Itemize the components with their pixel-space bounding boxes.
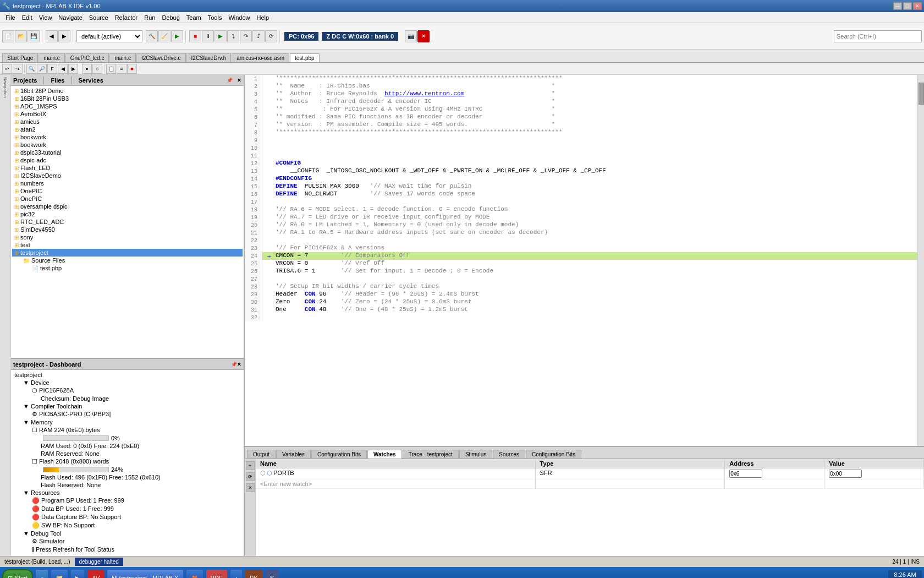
pause-button[interactable]: ⏸: [202, 30, 214, 42]
stop-button[interactable]: ■: [189, 30, 201, 42]
step-over-button[interactable]: ↷: [240, 30, 252, 42]
code-line-8[interactable]: 8'**************************************…: [245, 129, 917, 137]
undo-button[interactable]: ↩: [2, 64, 12, 74]
code-line-24[interactable]: 24⇒CMCON = 7 '// Comparators Off: [245, 252, 917, 260]
code-line-19[interactable]: 19'// RA.7 = LED drive or IR receive inp…: [245, 214, 917, 221]
code-line-30[interactable]: 30Zero CON 24 '// Zero = (24 * 25uS) = 0…: [245, 298, 917, 306]
menu-refactor[interactable]: Refactor: [112, 13, 141, 22]
new-button[interactable]: 📄: [2, 30, 14, 42]
tree-item-atan2[interactable]: ⊞ atan2: [12, 126, 243, 133]
delete-watch-icon[interactable]: ✕: [246, 483, 255, 492]
code-line-6[interactable]: 6'* modified : Same PIC functions as IR …: [245, 113, 917, 121]
code-line-10[interactable]: 10: [245, 144, 917, 152]
tree-item-16bit-28pin-usb3[interactable]: ⊞ 16Bit 28Pin USB3: [12, 95, 243, 102]
bottom-tab-configuration-bits[interactable]: Configuration Bits: [526, 450, 581, 459]
menu-navigate[interactable]: Navigate: [55, 13, 85, 22]
watches-row[interactable]: ⬡⬡PORTBSFR: [256, 468, 924, 479]
code-editor[interactable]: 1'**************************************…: [245, 75, 924, 446]
taskbar-media[interactable]: ▶: [70, 569, 85, 578]
panel-close-icon[interactable]: ✕: [237, 78, 241, 83]
menu-debug[interactable]: Debug: [158, 13, 183, 22]
tree-item-bookwork[interactable]: ⊞ bookwork: [12, 141, 243, 149]
tree-item-rtc-led-adc[interactable]: ⊞ RTC_LED_ADC: [12, 218, 243, 226]
stop-debug-button[interactable]: ✕: [417, 30, 430, 42]
menu-window[interactable]: Window: [225, 13, 253, 22]
services-tab[interactable]: Services: [79, 77, 103, 84]
addr-input[interactable]: [729, 470, 762, 478]
continue-button[interactable]: ▶: [215, 30, 227, 42]
tree-item-i2cslavedemo[interactable]: ⊞ I2CSlaveDemo: [12, 172, 243, 179]
code-line-26[interactable]: 26TRISA.6 = 1 '// Set for input. 1 = Dec…: [245, 268, 917, 275]
code-line-1[interactable]: 1'**************************************…: [245, 75, 917, 83]
tree-item-dspic33-tutorial[interactable]: ⊞ dspic33-tutorial: [12, 149, 243, 156]
doc-tab-test-pbp[interactable]: test.pbp: [290, 53, 320, 62]
reset-button[interactable]: ⟳: [265, 30, 277, 42]
menu-edit[interactable]: Edit: [19, 13, 36, 22]
editor-scrollbar[interactable]: [917, 75, 924, 446]
code-line-13[interactable]: 13 __CONFIG _INTOSC_OSC_NOCLKOUT & _WDT_…: [245, 167, 917, 175]
maximize-button[interactable]: □: [903, 2, 912, 10]
taskbar-av[interactable]: AV: [87, 569, 105, 578]
tree-item-onepic[interactable]: ⊞ OnePIC: [12, 187, 243, 195]
watches-row[interactable]: <Enter new watch>: [256, 479, 924, 489]
tree-item-test[interactable]: ⊞ test: [12, 241, 243, 249]
close-button[interactable]: ✕: [913, 2, 922, 10]
code-line-27[interactable]: 27: [245, 275, 917, 283]
open-button[interactable]: 📂: [15, 30, 27, 42]
bottom-tab-trace---testproject[interactable]: Trace - testproject: [403, 450, 459, 459]
doc-tab-amicus-no-osc-asm[interactable]: amicus-no-osc.asm: [232, 53, 289, 62]
tree-item-test-pbp[interactable]: 📄 test.pbp: [12, 264, 243, 272]
redo-button[interactable]: ↪: [13, 64, 23, 74]
taskbar-music[interactable]: ♪: [230, 569, 243, 578]
code-line-12[interactable]: 12#CONFIG: [245, 160, 917, 167]
tree-item-aerobotx[interactable]: ⊞ AeroBotX: [12, 110, 243, 118]
code-line-4[interactable]: 4'* Notes : Infrared decoder & encoder I…: [245, 98, 917, 106]
tree-item-sony[interactable]: ⊞ sony: [12, 233, 243, 241]
projects-tree[interactable]: ⊞ 16bit 28P Demo⊞ 16Bit 28Pin USB3⊞ ADC_…: [11, 86, 244, 358]
step-out-button[interactable]: ⤴: [252, 30, 265, 42]
code-line-28[interactable]: 28'// Setup IR bit widths / carrier cycl…: [245, 283, 917, 291]
next-button[interactable]: ▶: [68, 64, 78, 74]
bottom-tab-configuration-bits[interactable]: Configuration Bits: [311, 450, 367, 459]
tree-item-numbers[interactable]: ⊞ numbers: [12, 179, 243, 187]
tree-item-source-files[interactable]: 📁 Source Files: [12, 257, 243, 264]
build-button[interactable]: 🔨: [146, 30, 158, 42]
code-line-22[interactable]: 22: [245, 237, 917, 244]
menu-file[interactable]: File: [2, 13, 19, 22]
taskbar-ie[interactable]: e: [35, 569, 48, 578]
doc-tab-onepic-lcd-c[interactable]: OnePIC_lcd.c: [65, 53, 109, 62]
tree-item-oversample-dspic[interactable]: ⊞ oversample dspic: [12, 203, 243, 210]
dbg-stop-button[interactable]: ■: [127, 64, 137, 74]
menu-tools[interactable]: Tools: [205, 13, 226, 22]
taskbar-mplab[interactable]: M testproject - MPLAB X: [107, 569, 183, 578]
code-line-31[interactable]: 31One CON 48 '// One = (48 * 25uS) = 1.2…: [245, 306, 917, 314]
menu-run[interactable]: Run: [141, 13, 158, 22]
back-button[interactable]: ◀: [46, 30, 58, 42]
code-line-16[interactable]: 16DEFINE NO_CLRWDT '// Saves 17 words co…: [245, 190, 917, 198]
bottom-tab-sources[interactable]: Sources: [493, 450, 525, 459]
step-into-button[interactable]: ⤵: [227, 30, 239, 42]
paste-button[interactable]: 📋: [106, 64, 116, 74]
doc-tab-main-c[interactable]: main.c: [38, 53, 64, 62]
tree-item-pic32[interactable]: ⊞ pic32: [12, 210, 243, 218]
forward-button[interactable]: ▶: [58, 30, 70, 42]
clean-button[interactable]: 🧹: [158, 30, 170, 42]
tree-item-bookwork[interactable]: ⊞ bookwork: [12, 133, 243, 141]
bottom-tab-variables[interactable]: Variables: [276, 450, 311, 459]
tree-item-adc-1msps[interactable]: ⊞ ADC_1MSPS: [12, 102, 243, 110]
bottom-tab-stimulus[interactable]: Stimulus: [459, 450, 492, 459]
code-line-11[interactable]: 11: [245, 152, 917, 160]
code-line-20[interactable]: 20'// RA.0 = LM Latched = 1, Momentary =…: [245, 221, 917, 229]
dashboard-close-icon[interactable]: ✕: [237, 362, 241, 367]
code-line-25[interactable]: 25VRCON = 0 '// Vref Off: [245, 260, 917, 268]
code-line-18[interactable]: 18'// RA.6 = MODE select. 1 = decode fun…: [245, 206, 917, 214]
doc-tab-i2cslavedrive-c[interactable]: I2CSlaveDrive.c: [136, 53, 186, 62]
panel-pin-icon[interactable]: 📌: [227, 78, 233, 83]
clear-bp-button[interactable]: ○: [92, 64, 102, 74]
doc-tab-i2cslavedrv-h[interactable]: I2CSlaveDrv.h: [186, 53, 232, 62]
toggle-bp-button[interactable]: ●: [82, 64, 92, 74]
add-watch-icon[interactable]: +: [246, 461, 255, 470]
menu-source[interactable]: Source: [86, 13, 112, 22]
prev-button[interactable]: ◀: [58, 64, 68, 74]
refresh-watch-icon[interactable]: ⟳: [246, 472, 255, 481]
